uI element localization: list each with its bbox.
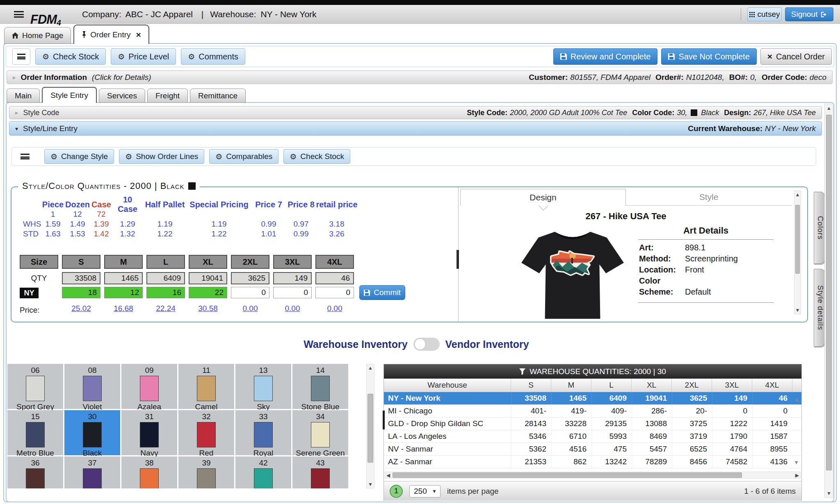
warehouse-column-header[interactable]: L bbox=[591, 379, 632, 392]
commit-button[interactable]: Commit bbox=[359, 285, 405, 300]
scroll-right-icon[interactable]: ▶ bbox=[795, 472, 799, 478]
change-style-button[interactable]: ⚙Change Style bbox=[44, 149, 114, 164]
color-cell-cardinal[interactable]: 43Cardinal bbox=[292, 456, 348, 488]
scroll-down-icon[interactable]: ▼ bbox=[825, 490, 833, 496]
side-tab-colors[interactable]: Colors bbox=[814, 192, 825, 264]
subtab-services[interactable]: Services bbox=[99, 89, 145, 103]
color-cell-prairie-dust[interactable]: 39Prairie Dust bbox=[178, 456, 234, 488]
price-link[interactable]: 0.00 bbox=[273, 304, 312, 313]
subtab-remittance[interactable]: Remittance bbox=[190, 89, 246, 103]
scroll-up-icon[interactable]: ▲ bbox=[367, 365, 374, 371]
order-qty-input[interactable]: 0 bbox=[273, 287, 312, 298]
price-link[interactable]: 0.00 bbox=[315, 304, 354, 313]
order-information-bar[interactable]: ▸ Order Information (Click for Details) … bbox=[7, 70, 833, 84]
scroll-down-icon[interactable]: ▼ bbox=[367, 481, 374, 487]
price-link[interactable]: 16.68 bbox=[104, 304, 143, 313]
color-cell-serene-green[interactable]: 34Serene Green bbox=[292, 410, 348, 455]
scroll-up-icon[interactable]: ▲ bbox=[825, 105, 833, 111]
color-cell-royal[interactable]: 33Royal bbox=[235, 410, 291, 455]
scroll-left-icon[interactable]: ◀ bbox=[386, 472, 390, 478]
color-cell-maroon[interactable]: 36Maroon bbox=[7, 456, 63, 488]
scroll-down-icon[interactable]: ▼ bbox=[794, 307, 801, 313]
order-qty-input[interactable]: 0 bbox=[315, 287, 354, 298]
page-number-button[interactable]: 1 bbox=[390, 485, 403, 498]
warehouse-column-header[interactable]: XL bbox=[632, 379, 672, 392]
color-cell-red[interactable]: 32Red bbox=[178, 410, 234, 455]
available-qty-field[interactable]: 6409 bbox=[146, 272, 185, 284]
style-line-entry-bar[interactable]: ▾ Style/Line Entry Current Warehouse: NY… bbox=[9, 121, 822, 136]
design-panel-scrollbar[interactable]: ▲ ▼ bbox=[794, 191, 801, 314]
cancel-order-button[interactable]: × Cancel Order bbox=[760, 48, 832, 65]
color-grid-scrollbar[interactable]: ▲ ▼ bbox=[366, 364, 374, 488]
table-scroll-down-icon[interactable]: ▼ bbox=[794, 459, 799, 465]
comments-button[interactable]: ⚙Comments bbox=[181, 48, 245, 65]
order-qty-input[interactable]: 12 bbox=[104, 287, 143, 298]
signout-button[interactable]: Signout bbox=[785, 7, 833, 21]
color-cell-sport-grey[interactable]: 06Sport Grey bbox=[7, 364, 63, 409]
price-link[interactable]: 22.24 bbox=[146, 304, 185, 313]
table-row-mi[interactable]: MI - Chicago401-419-409-286-20-00 bbox=[384, 405, 801, 418]
available-qty-field[interactable]: 1465 bbox=[104, 272, 143, 284]
style-code-bar[interactable]: ▸ Style Code Style Code: 2000, 2000 GD A… bbox=[9, 106, 822, 119]
color-cell-navy[interactable]: 31Navy bbox=[121, 410, 177, 455]
available-qty-field[interactable]: 46 bbox=[315, 272, 354, 284]
page-size-dropdown[interactable]: 250 ▼ bbox=[409, 485, 441, 497]
inventory-toggle-switch[interactable] bbox=[413, 338, 440, 351]
tab-design[interactable]: Design bbox=[460, 189, 626, 206]
save-not-complete-button[interactable]: Save Not Complete bbox=[661, 48, 756, 65]
panel-resize-handle[interactable] bbox=[457, 250, 459, 269]
show-order-lines-button[interactable]: ⚙Show Order Lines bbox=[119, 149, 204, 164]
table-row-gld[interactable]: GLD - Drop Ship Gildan SC281433322829135… bbox=[384, 418, 801, 430]
color-cell-black[interactable]: 30Black bbox=[64, 410, 120, 455]
color-cell-camel[interactable]: 11Camel bbox=[178, 364, 234, 409]
order-qty-input[interactable]: 18 bbox=[62, 287, 100, 298]
available-qty-field[interactable]: 33508 bbox=[62, 272, 100, 284]
page-scrollbar[interactable]: ▲ ▼ bbox=[824, 104, 833, 498]
warehouse-table-hscrollbar[interactable]: ◀ ▶ bbox=[385, 472, 801, 479]
table-resize-handle[interactable] bbox=[383, 411, 385, 429]
tab-style[interactable]: Style bbox=[626, 189, 792, 205]
color-cell-purple[interactable]: 37Purple bbox=[64, 456, 120, 488]
line-menu-hamburger-icon[interactable] bbox=[21, 154, 30, 159]
scrollbar-thumb[interactable] bbox=[826, 115, 832, 470]
scroll-up-icon[interactable]: ▲ bbox=[794, 192, 801, 198]
price-level-button[interactable]: ⚙Price Level bbox=[111, 48, 176, 65]
order-qty-input[interactable]: 16 bbox=[146, 287, 185, 298]
warehouse-column-header[interactable]: 4XL bbox=[752, 379, 792, 392]
color-cell-violet[interactable]: 08Violet bbox=[64, 364, 120, 409]
table-row-ny[interactable]: NY - New York335081465640919041362514946 bbox=[384, 392, 801, 405]
subtab-main[interactable]: Main bbox=[7, 89, 40, 103]
check-stock-button[interactable]: ⚙Check Stock bbox=[35, 48, 106, 65]
color-cell-sky[interactable]: 13Sky bbox=[235, 364, 291, 409]
scrollbar-thumb[interactable] bbox=[368, 394, 373, 463]
color-cell-stone-blue[interactable]: 14Stone Blue bbox=[292, 364, 348, 409]
warehouse-column-header[interactable]: 2XL bbox=[672, 379, 712, 392]
price-link[interactable]: 25.02 bbox=[62, 304, 100, 313]
color-cell-metro-blue[interactable]: 15Metro Blue bbox=[7, 410, 63, 455]
available-qty-field[interactable]: 19041 bbox=[189, 272, 227, 284]
available-qty-field[interactable]: 3625 bbox=[231, 272, 269, 284]
subtab-freight[interactable]: Freight bbox=[147, 89, 188, 103]
warehouse-column-header[interactable]: S bbox=[511, 379, 551, 392]
tab-order-entry[interactable]: Order Entry × bbox=[73, 25, 149, 44]
available-qty-field[interactable]: 149 bbox=[273, 272, 312, 284]
color-cell-azalea[interactable]: 09Azalea bbox=[121, 364, 177, 409]
price-link[interactable]: 30.58 bbox=[189, 304, 227, 313]
color-cell-orange[interactable]: 38Orange bbox=[121, 456, 177, 488]
table-row-nv[interactable]: NV - Sanmar536245164755457652547648955 bbox=[384, 443, 801, 456]
color-cell-jade-dome[interactable]: 42Jade Dome bbox=[235, 456, 291, 488]
review-and-complete-button[interactable]: Review and Complete bbox=[553, 48, 658, 65]
table-scroll-up-icon[interactable]: ▲ bbox=[794, 396, 799, 402]
warehouse-column-header[interactable]: M bbox=[551, 379, 591, 392]
tab-home-page[interactable]: Home Page bbox=[4, 27, 71, 44]
close-tab-icon[interactable]: × bbox=[136, 30, 141, 39]
table-row-la[interactable]: LA - Los Angeles534667105993846937191790… bbox=[384, 430, 801, 443]
warehouse-column-header[interactable]: Warehouse bbox=[384, 379, 511, 392]
warehouse-column-header[interactable]: 3XL bbox=[712, 379, 752, 392]
table-row-az[interactable]: AZ - Sanmar21353862132427828984567458241… bbox=[384, 456, 801, 468]
scrollbar-thumb[interactable] bbox=[795, 205, 800, 274]
subtab-style-entry[interactable]: Style Entry bbox=[42, 87, 97, 103]
side-tab-style-details[interactable]: Style details bbox=[814, 269, 825, 347]
check-stock-line-button[interactable]: ⚙Check Stock bbox=[283, 149, 350, 164]
order-qty-input[interactable]: 22 bbox=[189, 287, 227, 298]
